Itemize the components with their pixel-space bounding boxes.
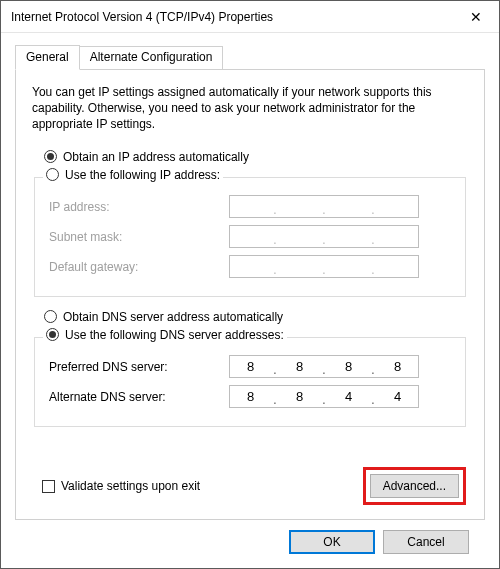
radio-dns-auto[interactable]: Obtain DNS server address automatically xyxy=(44,310,468,324)
tab-alternate-configuration[interactable]: Alternate Configuration xyxy=(80,46,224,70)
validate-checkbox[interactable] xyxy=(42,480,55,493)
preferred-dns-input[interactable]: 8. 8. 8. 8 xyxy=(229,355,419,378)
advanced-highlight: Advanced... xyxy=(363,467,466,505)
radio-icon xyxy=(46,328,59,341)
bottom-row: Validate settings upon exit Advanced... xyxy=(32,461,468,507)
radio-label: Obtain an IP address automatically xyxy=(63,150,249,164)
tab-strip: General Alternate Configuration xyxy=(15,45,485,69)
field-preferred-dns: Preferred DNS server: 8. 8. 8. 8 xyxy=(49,354,451,380)
group-dns-manual: Use the following DNS server addresses: … xyxy=(34,337,466,427)
content: General Alternate Configuration You can … xyxy=(1,33,499,568)
advanced-button[interactable]: Advanced... xyxy=(370,474,459,498)
field-default-gateway: Default gateway: . . . xyxy=(49,254,451,280)
radio-ip-manual[interactable]: Use the following IP address: xyxy=(43,168,223,182)
close-icon: ✕ xyxy=(470,9,482,25)
tab-panel-general: You can get IP settings assigned automat… xyxy=(15,69,485,520)
alternate-dns-input[interactable]: 8. 8. 4. 4 xyxy=(229,385,419,408)
ok-button[interactable]: OK xyxy=(289,530,375,554)
titlebar: Internet Protocol Version 4 (TCP/IPv4) P… xyxy=(1,1,499,33)
field-subnet-mask: Subnet mask: . . . xyxy=(49,224,451,250)
radio-dns-manual[interactable]: Use the following DNS server addresses: xyxy=(43,328,287,342)
validate-label: Validate settings upon exit xyxy=(61,479,200,493)
dialog-footer: OK Cancel xyxy=(15,520,485,554)
close-button[interactable]: ✕ xyxy=(453,1,499,32)
tab-general[interactable]: General xyxy=(15,45,80,70)
radio-icon xyxy=(44,310,57,323)
group-ip-manual: Use the following IP address: IP address… xyxy=(34,177,466,297)
radio-ip-auto[interactable]: Obtain an IP address automatically xyxy=(44,150,468,164)
field-label: Alternate DNS server: xyxy=(49,390,229,404)
window-title: Internet Protocol Version 4 (TCP/IPv4) P… xyxy=(11,10,453,24)
radio-label: Obtain DNS server address automatically xyxy=(63,310,283,324)
cancel-button[interactable]: Cancel xyxy=(383,530,469,554)
default-gateway-input: . . . xyxy=(229,255,419,278)
ip-address-input: . . . xyxy=(229,195,419,218)
field-alternate-dns: Alternate DNS server: 8. 8. 4. 4 xyxy=(49,384,451,410)
field-label: IP address: xyxy=(49,200,229,214)
field-label: Default gateway: xyxy=(49,260,229,274)
radio-label: Use the following IP address: xyxy=(65,168,220,182)
radio-icon xyxy=(44,150,57,163)
field-label: Preferred DNS server: xyxy=(49,360,229,374)
subnet-mask-input: . . . xyxy=(229,225,419,248)
intro-text: You can get IP settings assigned automat… xyxy=(32,84,468,133)
field-label: Subnet mask: xyxy=(49,230,229,244)
radio-label: Use the following DNS server addresses: xyxy=(65,328,284,342)
radio-icon xyxy=(46,168,59,181)
field-ip-address: IP address: . . . xyxy=(49,194,451,220)
window: Internet Protocol Version 4 (TCP/IPv4) P… xyxy=(0,0,500,569)
